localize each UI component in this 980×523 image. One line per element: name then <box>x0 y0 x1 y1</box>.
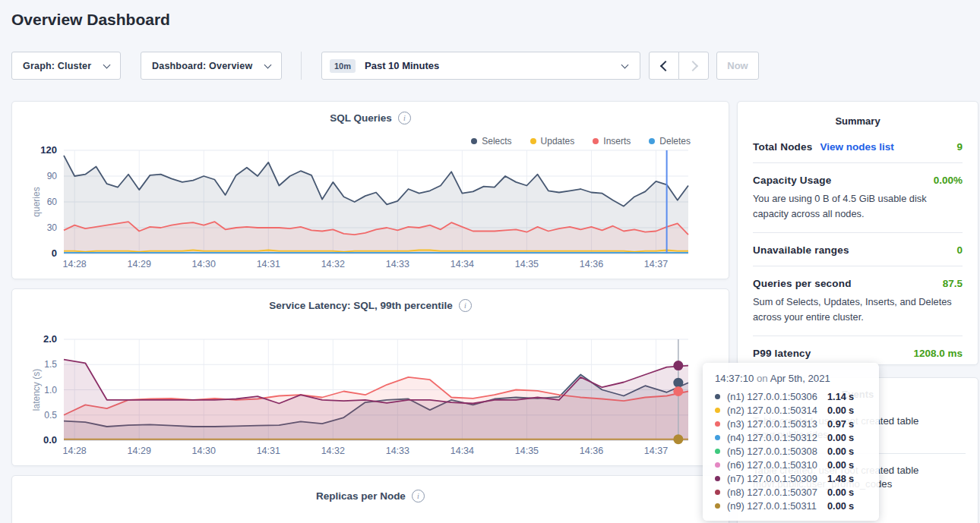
node-color-dot-icon <box>715 449 720 454</box>
svg-text:14:31: 14:31 <box>257 259 280 269</box>
tooltip-node-address: (n4) 127.0.0.1:50312 <box>727 432 826 443</box>
summary-value: 9 <box>956 141 963 153</box>
svg-text:14:31: 14:31 <box>257 446 280 456</box>
summary-label: P99 latency <box>753 348 811 359</box>
svg-text:14:37: 14:37 <box>644 259 668 269</box>
tooltip-node-address: (n9) 127.0.0.1:50311 <box>727 500 826 512</box>
chevron-right-icon <box>687 60 697 71</box>
graph-dropdown[interactable]: Graph: Cluster <box>11 52 121 80</box>
service-latency-chart[interactable]: 14:2814:2914:3014:3114:3214:3314:3414:35… <box>12 289 729 465</box>
summary-row: Capacity Usage0.00%You are using 0 B of … <box>753 163 963 233</box>
tooltip-node-latency: 0.00 <box>827 432 846 443</box>
summary-value: 0.00% <box>934 175 963 186</box>
tooltip-node-address: (n6) 127.0.0.1:50310 <box>727 459 826 471</box>
time-back-button[interactable] <box>649 52 679 80</box>
svg-text:1.0: 1.0 <box>44 385 57 395</box>
summary-row: Unavailable ranges0 <box>753 233 963 266</box>
chevron-left-icon <box>659 60 670 71</box>
summary-panel: Summary Total NodesView nodes list9Capac… <box>737 101 978 365</box>
svg-text:14:29: 14:29 <box>128 446 151 456</box>
tooltip-node-latency: 0.00 <box>827 459 846 471</box>
tooltip-row: (n2) 127.0.0.1:503140.00s <box>715 403 868 417</box>
tooltip-row: (n5) 127.0.0.1:503080.00s <box>715 444 868 458</box>
tooltip-row: (n9) 127.0.0.1:503110.00s <box>715 499 868 512</box>
toolbar-divider <box>301 52 302 80</box>
replicas-per-node-title: Replicas per Node i <box>12 490 729 503</box>
summary-value: 0 <box>956 244 963 256</box>
chevron-down-icon <box>264 61 272 68</box>
tooltip-node-latency: 0.97 <box>827 418 846 430</box>
svg-text:60: 60 <box>47 197 58 207</box>
tooltip-node-address: (n2) 127.0.0.1:50314 <box>727 405 826 416</box>
view-nodes-link[interactable]: View nodes list <box>820 141 893 153</box>
svg-text:14:35: 14:35 <box>515 259 539 269</box>
svg-text:14:34: 14:34 <box>450 446 474 456</box>
svg-text:0: 0 <box>52 247 57 259</box>
replicas-per-node-panel: Replicas per Node i <box>11 475 729 523</box>
sql-queries-chart[interactable]: 14:2814:2914:3014:3114:3214:3314:3414:35… <box>12 102 729 279</box>
now-button[interactable]: Now <box>716 52 759 80</box>
svg-text:14:36: 14:36 <box>580 446 603 456</box>
svg-text:14:29: 14:29 <box>128 259 151 269</box>
node-color-dot-icon <box>715 462 720 468</box>
svg-text:14:33: 14:33 <box>386 446 409 456</box>
time-forward-button[interactable] <box>678 52 709 80</box>
svg-text:30: 30 <box>47 222 58 233</box>
tooltip-row: (n1) 127.0.0.1:503061.14s <box>715 389 868 403</box>
tooltip-node-latency: 0.00 <box>827 487 846 498</box>
tooltip-node-latency: 0.00 <box>827 500 846 512</box>
tooltip-node-latency: 0.00 <box>827 446 846 457</box>
svg-text:14:32: 14:32 <box>321 259 345 269</box>
svg-text:latency (s): latency (s) <box>31 369 42 411</box>
chart-hover-tooltip: 14:37:10 on Apr 5th, 2021 (n1) 127.0.0.1… <box>703 363 879 521</box>
svg-text:queries: queries <box>31 187 42 216</box>
tooltip-node-latency: 1.14 <box>827 391 846 402</box>
summary-title: Summary <box>738 102 978 130</box>
tooltip-row: (n6) 127.0.0.1:503100.00s <box>715 458 868 471</box>
tooltip-node-address: (n8) 127.0.0.1:50307 <box>727 487 826 498</box>
service-latency-panel: Service Latency: SQL, 99th percentile i … <box>11 288 729 466</box>
tooltip-rows: (n1) 127.0.0.1:503061.14s(n2) 127.0.0.1:… <box>715 389 868 512</box>
toolbar: Graph: Cluster Dashboard: Overview 10m P… <box>11 52 759 80</box>
svg-text:14:36: 14:36 <box>580 259 603 269</box>
summary-value: 1208.0 ms <box>913 348 963 359</box>
sql-queries-panel: SQL Queries i SelectsUpdatesInsertsDelet… <box>11 101 729 279</box>
tooltip-row: (n8) 127.0.0.1:503070.00s <box>715 485 868 499</box>
page-title: Overview Dashboard <box>11 11 170 29</box>
overview-dashboard-page: Overview Dashboard Graph: Cluster Dashbo… <box>0 0 980 523</box>
summary-row: Total NodesView nodes list9 <box>753 130 963 163</box>
svg-text:2.0: 2.0 <box>43 333 57 345</box>
tooltip-node-address: (n7) 127.0.0.1:50309 <box>727 473 826 484</box>
summary-row: Queries per second87.5Sum of Selects, Up… <box>753 266 963 336</box>
time-range-selector[interactable]: 10m Past 10 Minutes <box>321 52 640 80</box>
summary-label: Capacity Usage <box>753 175 831 186</box>
tooltip-node-address: (n5) 127.0.0.1:50308 <box>727 446 826 457</box>
summary-label: Total Nodes <box>753 141 812 153</box>
info-icon[interactable]: i <box>412 490 425 503</box>
summary-label: Queries per second <box>753 278 852 289</box>
node-color-dot-icon <box>715 421 720 427</box>
tooltip-node-address: (n3) 127.0.0.1:50313 <box>727 418 826 430</box>
tooltip-node-latency: 0.00 <box>827 405 846 416</box>
svg-text:14:30: 14:30 <box>192 446 216 456</box>
dashboard-dropdown[interactable]: Dashboard: Overview <box>141 52 282 80</box>
svg-text:14:33: 14:33 <box>386 259 409 269</box>
node-color-dot-icon <box>715 490 720 495</box>
time-nav <box>649 52 709 80</box>
summary-value: 87.5 <box>943 278 963 289</box>
tooltip-row: (n7) 127.0.0.1:503091.48s <box>715 471 868 485</box>
summary-label: Unavailable ranges <box>753 244 849 256</box>
time-range-badge: 10m <box>330 59 356 73</box>
svg-text:14:35: 14:35 <box>515 446 539 456</box>
tooltip-timestamp: 14:37:10 on Apr 5th, 2021 <box>715 373 868 384</box>
node-color-dot-icon <box>715 503 720 509</box>
svg-text:0.0: 0.0 <box>43 434 57 446</box>
graph-dropdown-label: Graph: Cluster <box>23 61 91 71</box>
svg-text:14:28: 14:28 <box>63 259 87 269</box>
svg-text:14:32: 14:32 <box>321 446 345 456</box>
tooltip-row: (n4) 127.0.0.1:503120.00s <box>715 430 868 444</box>
summary-rows: Total NodesView nodes list9Capacity Usag… <box>738 130 978 369</box>
node-color-dot-icon <box>715 394 720 399</box>
time-range-label: Past 10 Minutes <box>365 60 439 71</box>
svg-text:14:37: 14:37 <box>644 446 668 456</box>
